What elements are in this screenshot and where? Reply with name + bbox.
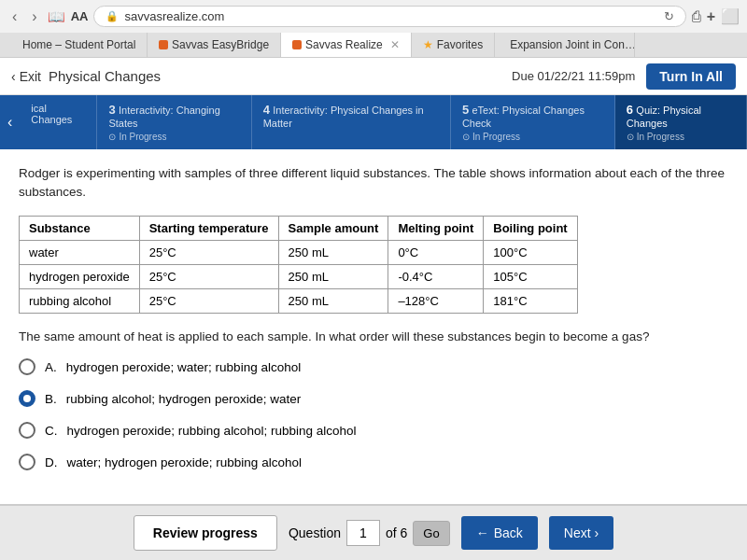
tab-label: Home – Student Portal: [22, 38, 135, 51]
app-title: Physical Changes: [49, 68, 161, 84]
option-d-text: water; hydrogen peroxide; rubbing alcoho…: [67, 455, 302, 469]
nav-tab-4[interactable]: 4 Interactivity: Physical Changes in Mat…: [252, 95, 451, 149]
app-header: ‹ Exit Physical Changes Due 01/22/21 11:…: [0, 58, 747, 95]
reader-icon: 📖: [48, 8, 65, 25]
nav-tab-6[interactable]: 6 Quiz: Physical Changes ⊙ In Progress: [615, 95, 747, 149]
answer-prompt: The same amount of heat is applied to ea…: [19, 329, 728, 346]
status-icon: ⊙: [108, 132, 116, 142]
tab-label: ical Changes: [31, 103, 85, 125]
tab-status: ⊙ In Progress: [627, 132, 735, 142]
of-label: of 6: [386, 525, 407, 540]
table-row: hydrogen peroxide 25°C 250 mL -0.4°C 105…: [20, 264, 578, 288]
next-button[interactable]: Next ›: [549, 516, 613, 550]
exit-button[interactable]: ‹ Exit: [11, 69, 41, 84]
cell: 250 mL: [278, 288, 388, 313]
status-text: In Progress: [472, 132, 520, 142]
tab-label: Interactivity: Physical Changes in Matte…: [263, 105, 424, 129]
question-nav: Question of 6 Go: [289, 520, 450, 546]
nav-tab-ical-changes[interactable]: ical Changes: [20, 95, 97, 149]
back-button[interactable]: ← Back: [461, 516, 538, 550]
cell: water: [20, 240, 140, 264]
share-icon[interactable]: ⎙: [692, 8, 701, 25]
status-icon: ⊙: [462, 132, 470, 142]
tab-num: 3: [108, 103, 115, 117]
answer-option-b[interactable]: B. rubbing alcohol; hydrogen peroxide; w…: [19, 390, 728, 407]
bottom-bar: Review progress Question of 6 Go ← Back …: [0, 504, 747, 560]
tab-favicon: [292, 40, 302, 49]
back-arrow-icon: ←: [476, 525, 489, 540]
cell: rubbing alcohol: [20, 288, 140, 313]
cell: 105°C: [484, 264, 577, 288]
address-text: savvasrealize.com: [124, 9, 657, 23]
col-header-melting-point: Melting point: [388, 216, 484, 240]
option-b-text: rubbing alcohol; hydrogen peroxide; wate…: [66, 392, 301, 406]
tab-favicon: [159, 40, 168, 49]
radio-b[interactable]: [19, 390, 35, 407]
radio-c[interactable]: [19, 422, 35, 439]
cell: 25°C: [139, 288, 278, 313]
radio-inner: [23, 395, 31, 402]
browser-menu-icon[interactable]: ⬜: [721, 7, 740, 25]
table-row: rubbing alcohol 25°C 250 mL –128°C 181°C: [20, 288, 578, 313]
cell: 25°C: [139, 264, 278, 288]
turn-in-button[interactable]: Turn In All: [646, 63, 736, 90]
nav-tab-5[interactable]: 5 eText: Physical Changes Check ⊙ In Pro…: [451, 95, 615, 149]
question-number-input[interactable]: [346, 520, 380, 546]
address-bar[interactable]: 🔒 savvasrealize.com ↻: [93, 6, 685, 27]
add-tab-btn[interactable]: +: [707, 8, 715, 25]
cell: 100°C: [484, 240, 577, 264]
reload-icon[interactable]: ↻: [664, 9, 674, 23]
nav-tabs: ‹ ical Changes 3 Interactivity: Changing…: [0, 95, 747, 149]
nav-tabs-back-btn[interactable]: ‹: [0, 95, 20, 149]
answer-option-a[interactable]: A. hydrogen peroxide; water; rubbing alc…: [19, 358, 728, 375]
tab-num: 5: [462, 103, 469, 117]
review-progress-button[interactable]: Review progress: [134, 515, 277, 551]
tab-label: Savvas EasyBridge: [172, 38, 269, 51]
col-header-starting-temp: Starting temperature: [139, 216, 278, 240]
cell: 0°C: [388, 240, 484, 264]
tab-expansion[interactable]: Expansion Joint in Con…: [495, 33, 635, 57]
option-c-letter: C.: [45, 424, 58, 438]
tab-easybridge[interactable]: Savvas EasyBridge: [148, 33, 281, 57]
go-button[interactable]: Go: [413, 521, 449, 546]
tab-label: Quiz: Physical Changes: [627, 105, 701, 129]
status-icon: ⊙: [627, 132, 634, 142]
radio-a[interactable]: [19, 358, 35, 375]
due-date: Due 01/22/21 11:59pm: [512, 69, 635, 83]
tab-label: Interactivity: Changing States: [108, 105, 219, 129]
option-d-letter: D.: [45, 455, 58, 469]
exit-label: Exit: [20, 69, 41, 84]
data-table: Substance Starting temperature Sample am…: [19, 216, 578, 314]
lock-icon: 🔒: [106, 10, 119, 22]
cell: 250 mL: [278, 240, 388, 264]
option-c-text: hydrogen peroxide; rubbing alcohol; rubb…: [67, 424, 357, 438]
col-header-sample-amount: Sample amount: [278, 216, 388, 240]
radio-d[interactable]: [19, 454, 35, 470]
tab-label: Expansion Joint in Con…: [510, 38, 635, 51]
option-a-letter: A.: [45, 360, 57, 374]
tab-status: ⊙ In Progress: [108, 132, 239, 142]
table-row: water 25°C 250 mL 0°C 100°C: [20, 240, 578, 264]
answer-option-d[interactable]: D. water; hydrogen peroxide; rubbing alc…: [19, 454, 728, 470]
cell: –128°C: [388, 288, 484, 313]
cell: -0.4°C: [388, 264, 484, 288]
back-label: Back: [494, 525, 523, 540]
browser-forward-btn[interactable]: ›: [27, 7, 41, 27]
browser-back-btn[interactable]: ‹: [7, 7, 21, 27]
cell: hydrogen peroxide: [20, 264, 140, 288]
status-text: In Progress: [637, 132, 684, 142]
tab-favorites[interactable]: ★ Favorites: [412, 33, 495, 57]
tab-home[interactable]: Home – Student Portal: [7, 33, 148, 57]
answer-option-c[interactable]: C. hydrogen peroxide; rubbing alcohol; r…: [19, 422, 728, 439]
tab-label: Favorites: [437, 38, 483, 51]
tab-num: 4: [263, 103, 270, 117]
tab-close-icon[interactable]: ✕: [390, 38, 400, 51]
question-text: Rodger is experimenting with samples of …: [19, 164, 728, 203]
tab-num: 6: [627, 103, 633, 117]
star-icon: ★: [423, 38, 433, 51]
tab-label: Savvas Realize: [305, 38, 383, 51]
cell: 181°C: [484, 288, 577, 313]
tab-savvas-realize[interactable]: Savvas Realize ✕: [281, 33, 412, 57]
nav-tab-3[interactable]: 3 Interactivity: Changing States ⊙ In Pr…: [97, 95, 251, 149]
tab-label: eText: Physical Changes Check: [462, 105, 585, 129]
